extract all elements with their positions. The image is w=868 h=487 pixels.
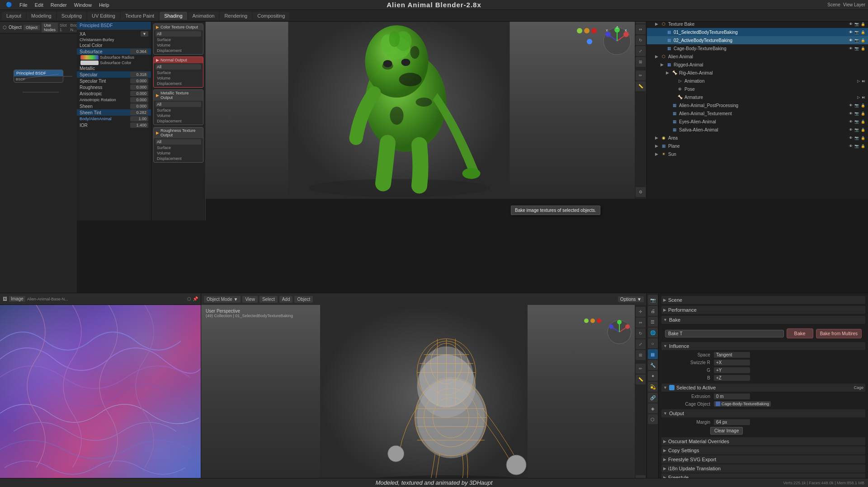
- metallic-opt-volume[interactable]: Volume: [156, 113, 201, 118]
- tool-transform[interactable]: ⊞: [636, 57, 646, 67]
- eyes-lock[interactable]: 🔒: [861, 120, 865, 124]
- space-value[interactable]: Tangent: [714, 352, 750, 358]
- tab-animation[interactable]: Animation: [188, 12, 219, 20]
- image-viewer-mode-btn[interactable]: Image: [9, 296, 25, 302]
- tab-modeling[interactable]: Modeling: [27, 12, 56, 20]
- tx-lock[interactable]: 🔒: [861, 112, 865, 116]
- outliner-texturement[interactable]: ▦ Alien-Animal_Texturement 👁 📷 🔒: [647, 109, 868, 117]
- props-particles-btn[interactable]: ✦: [648, 371, 658, 381]
- tool-annotate[interactable]: ✏: [636, 70, 646, 80]
- viewport-bottom-canvas[interactable]: User Perspective (49) Collection | 01_Se…: [201, 305, 646, 487]
- subsurface-color-swatch[interactable]: [80, 61, 99, 65]
- outliner-saliva[interactable]: ▦ Saliva-Alien-Animal 👁 📷 🔒: [647, 126, 868, 134]
- swizzle-g-value[interactable]: +Y: [714, 367, 750, 373]
- tab-rendering[interactable]: Rendering: [220, 12, 252, 20]
- arm-icon2[interactable]: ⏯: [862, 95, 865, 99]
- tab-uv-editing[interactable]: UV Editing: [87, 12, 120, 20]
- tool-rotate[interactable]: ↻: [636, 35, 646, 45]
- tool-b-cursor[interactable]: ✛: [636, 307, 646, 317]
- saliva-eye[interactable]: 👁: [849, 128, 853, 132]
- object-mode-btn[interactable]: Object: [24, 25, 40, 30]
- selected-to-active-checkbox[interactable]: [669, 385, 675, 390]
- ab-eye[interactable]: 👁: [849, 38, 853, 42]
- normal-opt-all[interactable]: All: [156, 64, 201, 70]
- cage-object-value[interactable]: Cage-Body-TextureBaking: [714, 401, 771, 407]
- use-nodes-btn[interactable]: Use Nodes: [42, 23, 58, 33]
- sb-eye[interactable]: 👁: [849, 30, 853, 34]
- outliner-active-body[interactable]: ▦ 02_ActiveBodyTextureBaking 👁 📷 🔒: [647, 36, 868, 44]
- tab-shading[interactable]: Shading: [160, 12, 187, 20]
- area-eye[interactable]: 👁: [849, 136, 853, 140]
- color-texture-opt-surface[interactable]: Surface: [156, 37, 201, 42]
- props-bake-header[interactable]: ▼ Bake: [661, 316, 865, 324]
- viewport-bottom-select-btn[interactable]: Select: [259, 296, 278, 303]
- menu-file[interactable]: File: [16, 1, 31, 9]
- tool-b-annotate[interactable]: ✏: [636, 364, 646, 374]
- outliner-armature[interactable]: 🦴 Armature ▷ ⏯: [647, 93, 868, 101]
- viewport-bottom-view-btn[interactable]: View: [242, 296, 258, 303]
- freestyle-svg-header[interactable]: ▶ Freestyle SVG Export: [661, 455, 865, 464]
- outliner-sun[interactable]: ▶ ☀ Sun: [647, 150, 868, 158]
- options-btn[interactable]: Options ▼: [618, 296, 644, 302]
- props-modifier-btn[interactable]: 🔧: [648, 360, 658, 370]
- outliner-rig-alien[interactable]: ▶ 🦴 Rig-Alien-Animal: [647, 69, 868, 77]
- tab-sculpting[interactable]: Sculpting: [57, 12, 86, 20]
- i18n-header[interactable]: ▶ i18n Update Translation: [661, 464, 865, 473]
- tool-measure[interactable]: 📏: [636, 81, 646, 91]
- tx-eye[interactable]: 👁: [849, 112, 853, 116]
- bake-output-header[interactable]: ▼ Output: [661, 409, 865, 417]
- color-texture-opt-volume[interactable]: Volume: [156, 42, 201, 48]
- metallic-opt-all[interactable]: All: [156, 102, 201, 107]
- outliner-alien-animal[interactable]: ▶ ⬡ Alien Animal: [647, 52, 868, 61]
- prop-body-alien[interactable]: Body/AlienAnimal 1.00: [77, 116, 151, 122]
- roughness-opt-surface[interactable]: Surface: [156, 145, 201, 150]
- props-view-layer-btn[interactable]: ☰: [648, 317, 658, 327]
- props-object-btn[interactable]: ▦: [648, 349, 658, 359]
- eyes-cam[interactable]: 📷: [854, 120, 859, 124]
- props-output-btn[interactable]: 🖨: [648, 306, 658, 316]
- menu-edit[interactable]: Edit: [32, 1, 47, 9]
- viewport-bottom-add-btn[interactable]: Add: [279, 296, 293, 303]
- metallic-opt-surface[interactable]: Surface: [156, 108, 201, 113]
- prop-xa-dropdown[interactable]: ▼: [141, 31, 148, 37]
- metallic-opt-disp[interactable]: Displacement: [156, 118, 201, 124]
- oscurart-header[interactable]: ▶ Oscurart Material Overrides: [661, 437, 865, 445]
- props-render-btn[interactable]: 📷: [648, 295, 658, 305]
- image-slot-btn[interactable]: ⬡: [187, 296, 191, 301]
- prop-specular[interactable]: Specular 0.318: [77, 71, 151, 78]
- plane-lock[interactable]: 🔒: [861, 144, 865, 148]
- anim-icon1[interactable]: ▷: [857, 79, 860, 83]
- saliva-lock[interactable]: 🔒: [861, 128, 865, 132]
- props-scene-header[interactable]: ▶ Scene: [661, 296, 865, 304]
- props-scene-btn[interactable]: 🌐: [648, 328, 658, 337]
- outliner-rigged-animal[interactable]: ▶ ▦ Rigged-Animal: [647, 61, 868, 69]
- pp-cam[interactable]: 📷: [854, 103, 859, 108]
- menu-help[interactable]: Help: [96, 1, 113, 9]
- props-performance-header[interactable]: ▶ Performance: [661, 306, 865, 314]
- tool-b-rotate[interactable]: ↻: [636, 328, 646, 338]
- props-physics-btn[interactable]: 💫: [648, 382, 658, 392]
- arm-icon1[interactable]: ▷: [857, 95, 860, 99]
- color-texture-opt-all[interactable]: All: [156, 31, 201, 37]
- copy-settings-header[interactable]: ▶ Copy Settings: [661, 446, 865, 454]
- margin-value[interactable]: 64 px: [714, 419, 750, 425]
- roughness-opt-disp[interactable]: Displacement: [156, 156, 201, 161]
- cb-cam[interactable]: 📷: [854, 47, 859, 51]
- saliva-cam[interactable]: 📷: [854, 128, 859, 132]
- bake-button[interactable]: Bake: [787, 328, 813, 338]
- pp-lock[interactable]: 🔒: [861, 103, 865, 108]
- plane-cam[interactable]: 📷: [854, 144, 859, 148]
- normal-opt-surface[interactable]: Surface: [156, 70, 201, 75]
- tb-eye-icon[interactable]: 👁: [849, 22, 853, 26]
- tx-cam[interactable]: 📷: [854, 112, 859, 116]
- outliner-cage-body[interactable]: ▦ Cage-Body-TextureBaking 👁 📷 🔒: [647, 44, 868, 52]
- tab-texture-paint[interactable]: Texture Paint: [121, 12, 159, 20]
- normal-opt-volume[interactable]: Volume: [156, 75, 201, 81]
- area-lock[interactable]: 🔒: [861, 136, 865, 140]
- sb-lock[interactable]: 🔒: [861, 30, 865, 34]
- viewport-bottom-object-btn[interactable]: Object: [294, 296, 313, 303]
- anim-icon2[interactable]: ⏯: [862, 79, 865, 83]
- bake-from-multires-btn[interactable]: Bake from Multires: [816, 329, 862, 338]
- tool-b-transform[interactable]: ⊞: [636, 350, 646, 360]
- sb-cam[interactable]: 📷: [854, 30, 859, 34]
